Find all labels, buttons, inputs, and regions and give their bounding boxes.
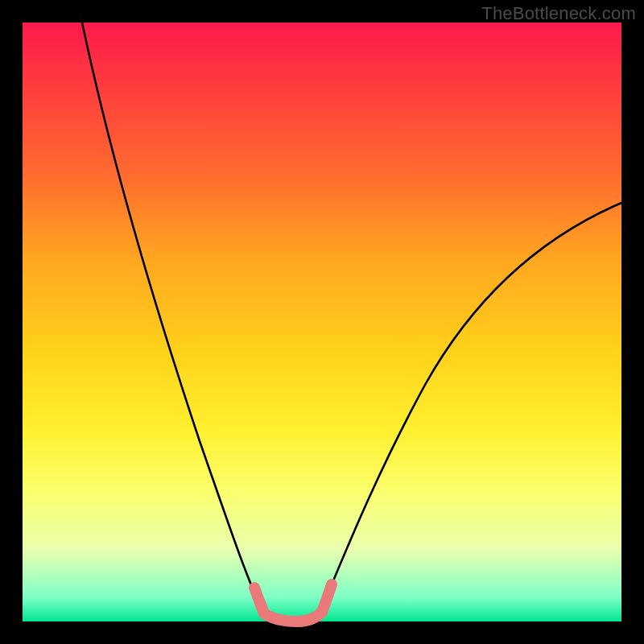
curve-right-branch — [322, 203, 621, 608]
watermark-text: TheBottleneck.com — [481, 3, 636, 24]
chart-overlay — [23, 23, 621, 621]
chart-plot-area — [23, 23, 621, 621]
marker-bottom-arc — [264, 612, 322, 621]
curve-left-branch — [82, 23, 262, 610]
chart-frame: TheBottleneck.com — [0, 0, 644, 644]
marker-right-tail — [322, 584, 332, 612]
